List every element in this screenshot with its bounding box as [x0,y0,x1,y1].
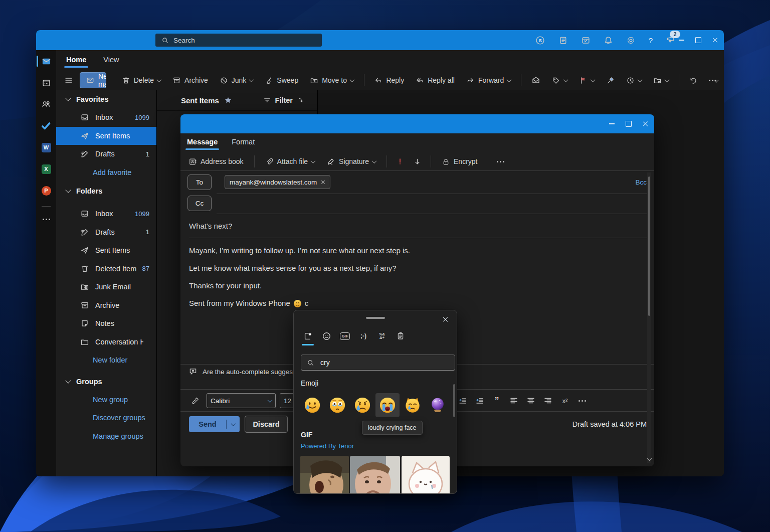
emoji-search-field[interactable] [301,354,455,371]
favorite-star-icon[interactable] [224,96,232,104]
undo-button[interactable] [685,74,701,87]
junk-button[interactable]: Junk [216,74,258,87]
emoji-smiling-face-with-tear[interactable] [300,393,324,417]
feedback-row[interactable]: Are the auto-complete suggesti [188,367,296,376]
rail-calendar-icon[interactable] [36,77,56,89]
minimize-button[interactable] [673,30,690,50]
sidebar-item-inbox[interactable]: Inbox 1099 [56,205,156,223]
rail-powerpoint-icon[interactable]: P [36,185,56,197]
tab-gif[interactable]: GIF [340,329,350,342]
pin-button[interactable] [602,74,619,87]
sidebar-item-deleted-items[interactable]: Deleted Items 87 [56,260,156,278]
format-painter-button[interactable] [187,394,203,408]
discover-groups-link[interactable]: Discover groups [56,409,156,427]
blockquote-button[interactable]: ” [489,394,504,408]
rules-button[interactable] [649,74,673,87]
sidebar-item-sent-items-favorite[interactable]: Sent Items [56,127,156,145]
settings-gear-icon[interactable] [626,36,636,45]
categorize-button[interactable] [548,74,571,87]
increase-indent-button[interactable] [472,394,487,408]
sidebar-item-sent-items[interactable]: Sent Items [56,241,156,260]
manage-groups-link[interactable]: Manage groups [56,427,156,446]
message-body[interactable]: Mayank, I’m writing to follow up. I’m no… [189,246,640,308]
my-day-icon[interactable] [581,36,591,45]
compose-titlebar[interactable] [180,114,654,133]
onenote-feed-icon[interactable] [558,36,568,45]
reply-button[interactable]: Reply [370,74,408,87]
rail-more-apps-button[interactable] [36,216,56,222]
compose-maximize-button[interactable] [620,114,637,134]
rail-mail-icon[interactable] [36,55,56,67]
tab-emoji[interactable] [321,329,331,342]
address-book-button[interactable]: Address book [184,155,248,168]
emoji-crying-face[interactable] [350,393,374,417]
powered-by-tenor-link[interactable]: Powered By Tenor [301,442,354,450]
ribbon-collapse-chevron[interactable] [714,79,718,83]
new-group-link[interactable]: New group [56,391,156,409]
scrollbar-thumb[interactable] [648,176,650,316]
archive-button[interactable]: Archive [168,74,212,87]
forward-button[interactable]: Forward [462,74,515,87]
gif-thumbnail-frowning-baby[interactable] [350,456,400,494]
compose-minimize-button[interactable] [603,114,620,134]
align-right-button[interactable] [540,394,555,408]
flag-button[interactable] [575,74,599,87]
rail-todo-icon[interactable] [36,120,56,132]
send-button[interactable]: Send [189,416,240,432]
remove-recipient-icon[interactable] [321,180,325,185]
filter-button[interactable]: Filter [263,96,304,104]
tab-symbols[interactable]: %& Δ+ [377,329,387,342]
tab-recent-emoji[interactable] [303,329,313,342]
new-folder-link[interactable]: New folder [56,351,156,370]
compose-scrollbar[interactable] [647,172,651,463]
move-to-button[interactable]: Move to [306,74,358,87]
sidebar-item-junk-email[interactable]: Junk Email [56,278,156,296]
drag-handle[interactable] [366,317,385,319]
emoji-search-input[interactable] [319,358,437,367]
font-family-select[interactable]: Calibri [207,393,276,408]
tab-kaomoji[interactable]: ;-) [358,329,368,342]
emoji-panel-close-icon[interactable] [440,314,450,324]
bcc-link[interactable]: Bcc [635,179,647,186]
emoji-panel-scrollbar[interactable] [453,384,455,417]
send-dropdown[interactable] [227,423,240,426]
rail-excel-icon[interactable]: X [36,163,56,175]
tab-message[interactable]: Message [186,136,218,147]
cc-button[interactable]: Cc [187,196,212,211]
to-button[interactable]: To [187,174,212,190]
sweep-button[interactable]: Sweep [261,74,302,87]
emoji-face-holding-back-tears[interactable] [325,393,349,417]
superscript-button[interactable]: x² [557,394,572,408]
sort-arrow-icon[interactable] [297,97,304,104]
more-compose-actions-button[interactable] [493,158,508,165]
sidebar-item-conversation-history[interactable]: Conversation His... [56,333,156,351]
discard-button[interactable]: Discard [245,416,288,433]
encrypt-button[interactable]: Encrypt [438,155,481,168]
scroll-down-chevron[interactable] [648,457,651,461]
emoji-crying-cat[interactable] [401,393,425,417]
sidebar-item-inbox-favorite[interactable]: Inbox 1099 [56,108,156,127]
rail-people-icon[interactable] [36,98,56,110]
new-mail-button[interactable]: New mail [80,72,106,88]
notifications-bell-icon[interactable] [604,36,613,45]
emoji-crystal-ball[interactable] [426,393,450,417]
decrease-indent-button[interactable] [455,394,470,408]
sidebar-item-drafts-favorite[interactable]: Drafts 1 [56,145,156,163]
snooze-button[interactable] [622,74,646,87]
help-icon[interactable]: ? [649,36,653,45]
recipient-chip[interactable]: mayank@windowslatest.com [225,175,330,189]
high-importance-button[interactable] [394,155,407,168]
sidebar-item-archive[interactable]: Archive [56,296,156,315]
groups-section-header[interactable]: Groups [56,373,156,391]
gif-thumbnail-crying-cartoon-cat[interactable] [402,456,450,494]
compose-close-button[interactable] [637,114,654,134]
align-left-button[interactable] [506,394,521,408]
hamburger-menu-button[interactable] [61,73,76,87]
reply-all-button[interactable]: Reply all [412,74,459,87]
attach-file-button[interactable]: Attach file [261,155,319,168]
global-search-box[interactable]: Search [155,34,322,47]
low-importance-button[interactable] [411,155,424,168]
subject-input[interactable]: What's next? [189,222,232,230]
rail-word-icon[interactable]: W [36,141,56,153]
add-favorite-link[interactable]: Add favorite [56,163,156,182]
